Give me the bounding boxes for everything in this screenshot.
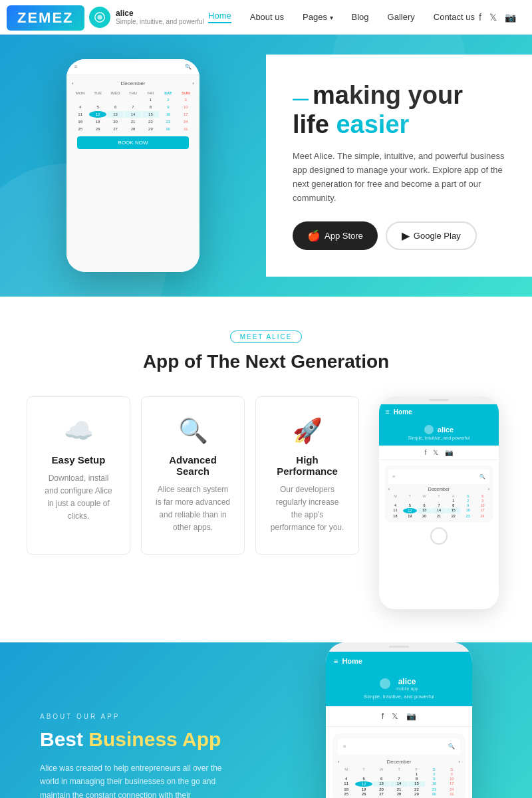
logo-area: ZEMEZ alice Simple, intuitive, and power… [16, 7, 204, 28]
facebook-icon[interactable]: f [479, 12, 481, 23]
googleplay-button[interactable]: ▶ Google Play [386, 221, 477, 250]
about-phone-area: ≡ Home alice mobile app Simple, intuitiv… [266, 682, 532, 798]
book-now-button[interactable]: BOOK NOW [77, 136, 189, 149]
feature-title-setup: Easy Setup [41, 454, 116, 466]
day-fri: FRI [142, 90, 159, 96]
feature-title-search: Advanced Search [155, 454, 231, 477]
calendar-grid: MON TUE WED THU FRI SAT SUN 123 45678910… [72, 90, 194, 132]
about-phone-mockup: ≡ Home alice mobile app Simple, intuitiv… [326, 642, 472, 798]
cal-next-btn[interactable]: › [192, 80, 194, 86]
zemez-badge: ZEMEZ [7, 5, 84, 31]
nav-links: Home About us Pages ▾ Blog Gallery Conta… [208, 11, 475, 23]
play-icon: ▶ [402, 229, 410, 242]
cal-prev-btn[interactable]: ‹ [72, 80, 74, 86]
day-sat: SAT [160, 90, 176, 96]
calendar-header: ‹ December › [72, 80, 194, 86]
about-description: Alice was created to help entrepreneurs … [40, 761, 226, 798]
feature-card-search: 🔍 Advanced Search Alice search system is… [141, 396, 245, 555]
phone-social-tw: 𝕏 [433, 449, 438, 456]
apple-icon: 🍎 [307, 229, 321, 242]
about-section: ABOUT OUR APP Best Business App Alice wa… [0, 642, 532, 798]
phone-social-fb: f [425, 449, 427, 456]
feature-desc-search: Alice search system is far more advanced… [155, 483, 231, 535]
nav-link-home[interactable]: Home [208, 11, 231, 23]
features-phone-mockup: ≡ Home alice Simple, intuitive, and powe… [379, 396, 499, 609]
day-wed: WED [107, 90, 124, 96]
phone-inner-content: ≡ 🔍 ‹ December › MTWTFSS 123 45678910 [379, 460, 499, 555]
phone-app-tagline: Simple, intuitive, and powerful [384, 436, 493, 440]
phone-status-bar: ≡ 🔍 [66, 59, 200, 75]
rocket-icon: 🚀 [269, 417, 345, 445]
day-tue: TUE [89, 90, 106, 96]
brand-tagline: Simple, intuitive, and powerful [116, 18, 204, 26]
hero-buttons: 🍎 App Store ▶ Google Play [293, 221, 505, 250]
instagram-icon[interactable]: 📷 [505, 12, 516, 23]
features-section-label: MEET ALICE [230, 331, 303, 343]
search-icon: 🔍 [155, 417, 231, 445]
day-sun: SUN [178, 90, 194, 96]
nav-link-pages[interactable]: Pages ▾ [303, 12, 333, 22]
features-section-title: App of The Next Generation [27, 351, 505, 372]
svg-point-1 [97, 15, 102, 19]
brand-name: alice [116, 9, 204, 18]
about-section-label: ABOUT OUR APP [40, 713, 226, 720]
hero-phone-area: ≡ 🔍 ‹ December › MON TUE WED THU FRI SAT… [0, 59, 266, 272]
hero-description: Meet Alice. The simple, intuitive, and p… [293, 150, 505, 205]
nav-social: f 𝕏 📷 [479, 12, 516, 23]
appstore-button[interactable]: 🍎 App Store [293, 221, 378, 250]
hero-dash: — [293, 89, 309, 107]
about-title: Best Business App [40, 728, 226, 751]
hero-phone-mockup: ≡ 🔍 ‹ December › MON TUE WED THU FRI SAT… [66, 59, 200, 272]
navigation: ZEMEZ alice Simple, intuitive, and power… [0, 0, 532, 35]
features-section: MEET ALICE App of The Next Generation ☁️… [0, 297, 532, 642]
about-content: ABOUT OUR APP Best Business App Alice wa… [0, 713, 266, 798]
feature-desc-performance: Our developers regularly increase the ap… [269, 483, 345, 535]
nav-link-contact[interactable]: Contact us [434, 12, 475, 22]
feature-desc-setup: Download, install and configure Alice in… [41, 472, 116, 523]
nav-link-gallery[interactable]: Gallery [388, 12, 415, 22]
twitter-icon[interactable]: 𝕏 [489, 12, 497, 23]
feature-card-performance: 🚀 High Performance Our developers regula… [255, 396, 359, 555]
cloud-icon: ☁️ [41, 417, 116, 445]
day-thu: THU [124, 90, 141, 96]
feature-card-setup: ☁️ Easy Setup Download, install and conf… [27, 396, 130, 555]
nav-link-about[interactable]: About us [250, 12, 284, 22]
phone-calendar-screen: ‹ December › MON TUE WED THU FRI SAT SUN… [66, 75, 200, 272]
hero-section: ≡ 🔍 ‹ December › MON TUE WED THU FRI SAT… [0, 35, 532, 297]
about-title-accent: Business App [88, 728, 221, 750]
pages-arrow-icon: ▾ [330, 14, 333, 21]
nav-link-blog[interactable]: Blog [352, 12, 369, 22]
feature-title-performance: High Performance [269, 454, 345, 477]
day-mon: MON [72, 90, 88, 96]
alice-logo-icon [89, 7, 110, 28]
phone-social-ig: 📷 [445, 449, 453, 456]
phone-app-name-inner: alice [438, 426, 454, 434]
cal-month-label: December [121, 80, 146, 86]
